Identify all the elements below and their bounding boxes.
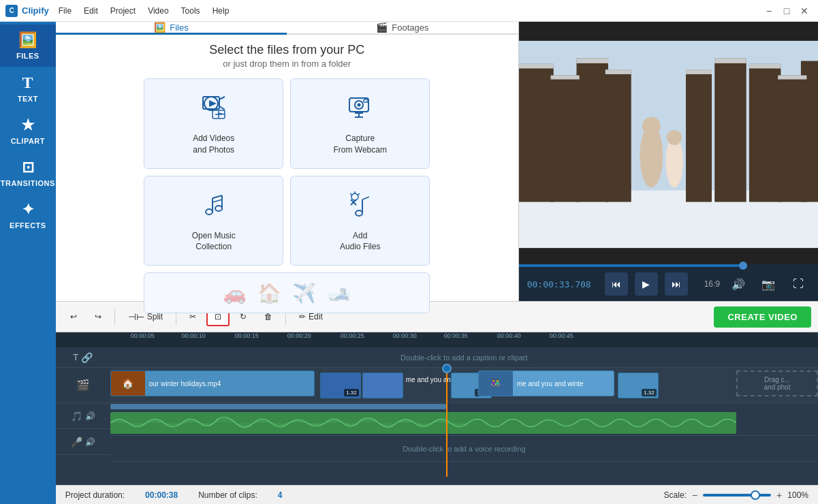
tab-footages[interactable]: 🎬 Footages xyxy=(287,22,518,35)
sidebar-item-transitions[interactable]: ⊡ TRANSITIONS xyxy=(0,152,56,194)
minimize-button[interactable]: − xyxy=(761,3,777,19)
clip-mini-4[interactable]: 1.32 xyxy=(618,373,659,398)
scale-slider[interactable] xyxy=(703,494,771,497)
sidebar-item-clipart[interactable]: ★ CLIPART xyxy=(0,110,56,152)
sidebar-label-transitions: TRANSITIONS xyxy=(1,179,55,187)
music-track-icon: 🎵 xyxy=(71,411,82,422)
window-controls: − □ ✕ xyxy=(761,3,813,19)
svg-line-30 xyxy=(358,193,360,195)
svg-rect-40 xyxy=(686,69,712,202)
svg-line-18 xyxy=(213,195,222,198)
voice-mute-icon[interactable]: 🔊 xyxy=(85,437,95,447)
menu-edit[interactable]: Edit xyxy=(78,5,104,17)
svg-line-24 xyxy=(362,197,369,200)
sidebar: 🖼️ FILES T TEXT ★ CLIPART ⊡ TRANSITIONS … xyxy=(0,22,56,504)
clip-mini-tag-4: 1.32 xyxy=(642,389,657,396)
ruler-mark-1: 00:00:10 xyxy=(182,332,206,339)
svg-line-21 xyxy=(213,200,222,202)
clip-mini-2[interactable] xyxy=(362,373,403,398)
aspect-ratio: 16:9 xyxy=(704,279,720,289)
svg-rect-49 xyxy=(686,69,712,74)
sidebar-label-files: FILES xyxy=(16,52,40,60)
voice-track: Double-click to add a voice recording xyxy=(110,436,818,462)
video-clip-3[interactable]: 👫 me and you and winte xyxy=(478,371,614,396)
add-videos-button[interactable]: Add Videosand Photos xyxy=(144,78,283,169)
tab-files[interactable]: 🖼️ Files xyxy=(56,22,287,35)
video-track-icon: 🎬 xyxy=(76,379,90,392)
edit-icon: ✏ xyxy=(299,312,306,321)
add-videos-label: Add Videosand Photos xyxy=(193,133,234,156)
scale-label: Scale: xyxy=(664,490,687,500)
next-frame-button[interactable]: ⏭ xyxy=(665,272,688,296)
play-button[interactable]: ▶ xyxy=(635,272,658,296)
footages-tab-label: Footages xyxy=(392,22,428,33)
capture-webcam-button[interactable]: CaptureFrom Webcam xyxy=(290,78,430,169)
menu-video[interactable]: Video xyxy=(142,5,174,17)
undo-button[interactable]: ↩ xyxy=(63,308,84,326)
add-audio-button[interactable]: AddAudio Files xyxy=(290,176,430,266)
fullscreen-button[interactable]: ⛶ xyxy=(787,272,810,296)
zoom-in-button[interactable]: + xyxy=(776,490,782,501)
statusbar-right: Scale: − + 100% xyxy=(664,490,808,501)
sidebar-label-effects: EFFECTS xyxy=(10,221,46,230)
edit-label: Edit xyxy=(309,312,323,321)
media-grid: Add Videosand Photos xyxy=(144,78,430,266)
voice-track-label: 🎤 🔊 xyxy=(56,429,110,455)
mic-track-icon: 🎤 xyxy=(71,437,82,447)
duration-value: 00:00:38 xyxy=(145,490,178,500)
svg-rect-43 xyxy=(550,76,579,80)
link-track-icon[interactable]: 🔗 xyxy=(81,352,93,363)
ruler-mark-0: 00:00:05 xyxy=(131,332,155,339)
media-title: Select the files from your PC xyxy=(209,43,364,57)
mute-icon[interactable]: 🔊 xyxy=(85,411,95,421)
open-music-button[interactable]: Open MusicCollection xyxy=(144,176,283,266)
split-label: Split xyxy=(147,312,163,321)
capture-webcam-icon xyxy=(345,91,375,127)
timeline: 00:00:05 00:00:10 00:00:15 00:00:20 00:0… xyxy=(56,332,818,485)
main-layout: 🖼️ FILES T TEXT ★ CLIPART ⊡ TRANSITIONS … xyxy=(0,22,818,504)
sidebar-item-effects[interactable]: ✦ EFFECTS xyxy=(0,194,56,236)
sidebar-item-text[interactable]: T TEXT xyxy=(0,67,56,110)
svg-point-16 xyxy=(206,209,213,215)
create-video-button[interactable]: CREATE VIDEO xyxy=(714,306,811,328)
svg-rect-34 xyxy=(550,76,579,202)
sidebar-item-files[interactable]: 🖼️ FILES xyxy=(0,25,56,67)
menu-project[interactable]: Project xyxy=(105,5,141,17)
volume-button[interactable]: 🔊 xyxy=(727,272,750,296)
snapshot-button[interactable]: 📷 xyxy=(757,272,780,296)
drag-area[interactable]: Drag c...and phot xyxy=(736,371,818,396)
statusbar: Project duration: 00:00:38 Number of cli… xyxy=(56,485,818,504)
clip-mini-1[interactable]: 1.32 xyxy=(320,373,361,398)
titlebar-left: C Clipify File Edit Project Video Tools … xyxy=(5,5,234,17)
titlebar: C Clipify File Edit Project Video Tools … xyxy=(0,0,818,22)
clip-group-2: 1.32 me and you and winter.mp xyxy=(320,373,405,398)
ruler-mark-5: 00:00:30 xyxy=(393,332,417,339)
ruler-mark-7: 00:00:40 xyxy=(497,332,521,339)
video-clip-1[interactable]: 🏠 our winter holidays.mp4 xyxy=(110,371,315,396)
effects-icon: ✦ xyxy=(22,201,35,219)
app-logo: C xyxy=(5,5,18,17)
add-audio-label: AddAudio Files xyxy=(340,230,380,253)
content-area: 🖼️ Files 🎬 Footages Select the files fro… xyxy=(56,22,818,504)
preview-video xyxy=(519,22,818,267)
close-button[interactable]: ✕ xyxy=(796,3,813,19)
menu-tools[interactable]: Tools xyxy=(176,5,206,17)
text-track-icon: T xyxy=(73,352,78,362)
video-track: 🏠 our winter holidays.mp4 1.32 xyxy=(110,368,818,403)
svg-marker-1 xyxy=(209,100,217,107)
undo-icon: ↩ xyxy=(70,312,77,321)
svg-point-27 xyxy=(351,193,358,200)
toolbar-separator-1 xyxy=(114,309,115,325)
redo-button[interactable]: ↪ xyxy=(87,308,109,326)
menu-file[interactable]: File xyxy=(53,5,77,17)
svg-line-4 xyxy=(219,106,225,110)
zoom-out-button[interactable]: − xyxy=(692,490,697,501)
prev-frame-button[interactable]: ⏮ xyxy=(605,272,628,296)
svg-rect-12 xyxy=(364,99,368,102)
caption-track-label: T 🔗 xyxy=(56,347,110,368)
ruler-mark-4: 00:00:25 xyxy=(341,332,364,339)
maximize-button[interactable]: □ xyxy=(778,3,795,19)
scale-slider-thumb[interactable] xyxy=(751,490,760,500)
app-name: Clipify xyxy=(22,5,49,16)
menu-help[interactable]: Help xyxy=(207,5,235,17)
